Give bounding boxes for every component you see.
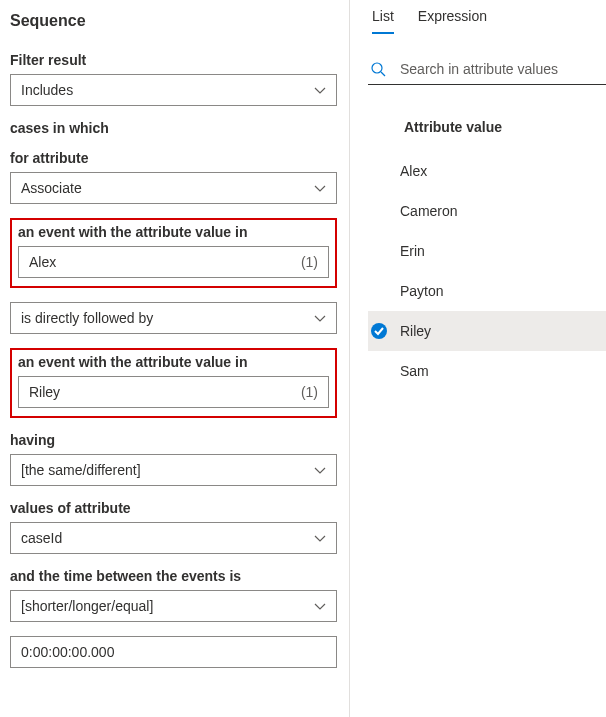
event1-count: (1) [301,254,318,270]
list-item-label: Payton [400,283,444,299]
list-item-label: Erin [400,243,425,259]
event1-value: Alex [29,254,56,270]
check-circle-icon [371,323,387,339]
search-row [368,56,606,85]
time-between-value: [shorter/longer/equal] [21,598,153,614]
check-spacer [370,202,388,220]
attribute-value-header: Attribute value [368,119,606,135]
event2-group: an event with the attribute value in Ril… [10,348,337,418]
time-between-select[interactable]: [shorter/longer/equal] [10,590,337,622]
having-value: [the same/different] [21,462,141,478]
event2-count: (1) [301,384,318,400]
search-input[interactable] [398,60,606,78]
check-spacer [370,282,388,300]
list-item-label: Cameron [400,203,458,219]
event2-select[interactable]: Riley (1) [18,376,329,408]
attribute-panel: List Expression Attribute value Alex Cam… [350,0,606,717]
cases-in-which-label: cases in which [10,120,337,136]
chevron-down-icon [314,312,326,324]
filter-result-select[interactable]: Includes [10,74,337,106]
svg-line-1 [381,72,385,76]
list-item-label: Alex [400,163,427,179]
event2-label: an event with the attribute value in [18,354,329,370]
sequence-panel: Sequence Filter result Includes cases in… [0,0,350,717]
event1-group: an event with the attribute value in Ale… [10,218,337,288]
check-spacer [370,322,388,340]
chevron-down-icon [314,600,326,612]
list-item[interactable]: Cameron [368,191,606,231]
attribute-list: Alex Cameron Erin Payton Riley Sam [368,151,606,391]
list-item[interactable]: Sam [368,351,606,391]
values-of-attr-select[interactable]: caseId [10,522,337,554]
tab-expression[interactable]: Expression [418,8,487,34]
list-item-label: Riley [400,323,431,339]
check-spacer [370,162,388,180]
for-attribute-label: for attribute [10,150,337,166]
tab-list[interactable]: List [372,8,394,34]
for-attribute-value: Associate [21,180,82,196]
filter-result-value: Includes [21,82,73,98]
chevron-down-icon [314,84,326,96]
chevron-down-icon [314,182,326,194]
relation-select[interactable]: is directly followed by [10,302,337,334]
filter-result-label: Filter result [10,52,337,68]
event1-label: an event with the attribute value in [18,224,329,240]
event1-select[interactable]: Alex (1) [18,246,329,278]
panel-title: Sequence [10,12,337,30]
check-spacer [370,362,388,380]
values-of-attr-label: values of attribute [10,500,337,516]
chevron-down-icon [314,532,326,544]
values-of-attr-value: caseId [21,530,62,546]
duration-input[interactable]: 0:00:00:00.000 [10,636,337,668]
list-item[interactable]: Erin [368,231,606,271]
relation-value: is directly followed by [21,310,153,326]
check-spacer [370,242,388,260]
search-icon [370,61,386,77]
chevron-down-icon [314,464,326,476]
for-attribute-select[interactable]: Associate [10,172,337,204]
having-select[interactable]: [the same/different] [10,454,337,486]
list-item[interactable]: Alex [368,151,606,191]
list-item[interactable]: Riley [368,311,606,351]
event2-value: Riley [29,384,60,400]
time-between-label: and the time between the events is [10,568,337,584]
svg-point-0 [372,63,382,73]
list-item-label: Sam [400,363,429,379]
tabs: List Expression [368,8,606,34]
list-item[interactable]: Payton [368,271,606,311]
having-label: having [10,432,337,448]
duration-value: 0:00:00:00.000 [21,644,114,660]
